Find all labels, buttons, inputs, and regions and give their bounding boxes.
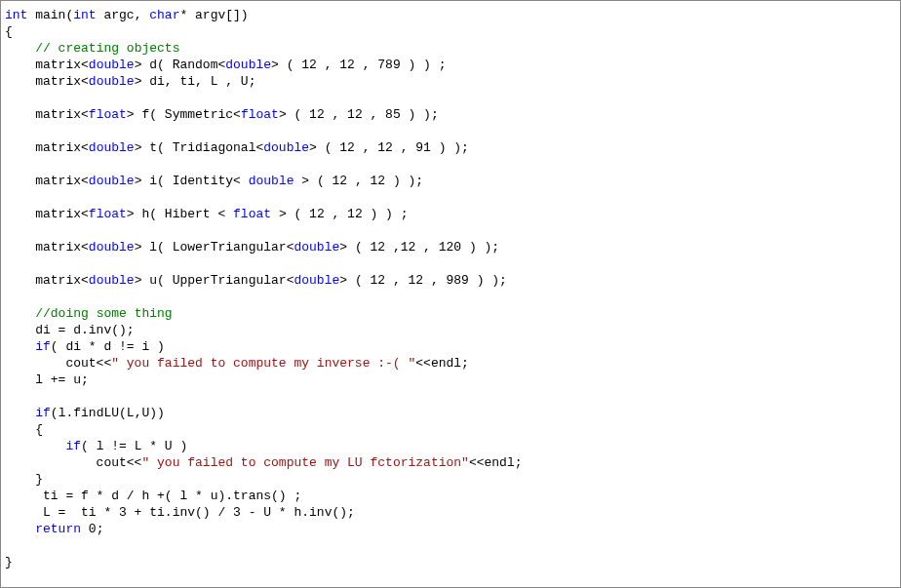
token-plain: > u( UpperTriangular<: [135, 273, 294, 288]
token-plain: }: [5, 555, 13, 569]
code-line: return 0;: [5, 521, 896, 537]
code-line: matrix<double> u( UpperTriangular<double…: [5, 272, 896, 289]
token-plain: di = d.inv();: [5, 323, 135, 337]
token-kw: double: [294, 273, 339, 288]
code-line: [5, 388, 896, 405]
code-line: if(l.findLU(L,U)): [5, 405, 896, 421]
token-plain: [5, 406, 35, 420]
token-plain: L = ti * 3 + ti.inv() / 3 - U * h.inv();: [5, 505, 355, 520]
token-plain: > ( 12 , 12 , 989 ) );: [339, 273, 507, 288]
token-kw: double: [263, 140, 309, 155]
code-line: [5, 156, 896, 173]
code-line: L = ti * 3 + ti.inv() / 3 - U * h.inv();: [5, 504, 896, 521]
token-plain: [5, 522, 35, 536]
token-plain: matrix<: [5, 107, 89, 122]
token-plain: [5, 439, 65, 453]
code-line: l += u;: [5, 372, 896, 388]
token-kw: double: [89, 58, 135, 72]
code-container: int main(int argc, char* argv[]){ // cre…: [0, 0, 901, 588]
token-plain: > ( 12 , 12 ) );: [294, 174, 423, 188]
token-plain: (l.findLU(L,U)): [51, 406, 165, 420]
token-plain: matrix<: [5, 273, 89, 288]
code-line: [5, 123, 896, 139]
token-cm: //doing some thing: [35, 306, 172, 321]
token-kw: if: [35, 339, 51, 354]
code-line: // creating objects: [5, 40, 896, 57]
token-plain: matrix<: [5, 74, 89, 89]
token-plain: > h( Hibert <: [127, 207, 233, 221]
token-plain: matrix<: [5, 207, 89, 221]
token-kw: double: [89, 174, 135, 188]
token-kw: double: [89, 273, 135, 288]
token-plain: > di, ti, L , U;: [135, 74, 256, 89]
code-line: int main(int argc, char* argv[]): [5, 7, 896, 23]
token-plain: > ( 12 , 12 ) ) ;: [271, 207, 408, 221]
token-plain: > d( Random<: [135, 58, 226, 72]
token-kw: float: [89, 207, 127, 221]
token-plain: cout<<: [5, 455, 141, 470]
token-kw: double: [89, 140, 135, 155]
token-plain: {: [5, 24, 13, 39]
code-line: cout<<" you failed to compute my LU fcto…: [5, 454, 896, 471]
code-line: [5, 537, 896, 554]
token-kw: int: [5, 8, 27, 22]
code-line: {: [5, 421, 896, 438]
code-line: matrix<double> di, ti, L , U;: [5, 73, 896, 90]
code-line: {: [5, 23, 896, 40]
token-plain: <<endl;: [469, 455, 523, 470]
token-plain: * argv[]): [179, 8, 248, 22]
token-plain: > ( 12 , 12 , 91 ) );: [309, 140, 469, 155]
token-kw: return: [35, 522, 81, 536]
token-plain: }: [5, 472, 43, 487]
token-plain: > ( 12 , 12 , 85 ) );: [279, 107, 439, 122]
token-plain: > ( 12 ,12 , 120 ) );: [339, 240, 499, 255]
token-plain: ( di * d != i ): [51, 339, 165, 354]
token-plain: ti = f * d / h +( l * u).trans() ;: [5, 489, 301, 503]
code-line: matrix<double> d( Random<double> ( 12 , …: [5, 57, 896, 73]
token-plain: > f( Symmetric<: [127, 107, 241, 122]
code-line: cout<<" you failed to compute my inverse…: [5, 355, 896, 372]
code-line: if( l != L * U ): [5, 438, 896, 454]
token-plain: l += u;: [5, 372, 89, 387]
token-kw: double: [249, 174, 294, 188]
code-line: di = d.inv();: [5, 322, 896, 338]
token-kw: float: [89, 107, 127, 122]
token-plain: matrix<: [5, 140, 89, 155]
code-line: ti = f * d / h +( l * u).trans() ;: [5, 488, 896, 504]
token-kw: if: [65, 439, 81, 453]
token-kw: int: [73, 8, 96, 22]
token-plain: ( l != L * U ): [81, 439, 187, 453]
token-plain: [5, 339, 35, 354]
token-plain: cout<<: [5, 356, 111, 371]
token-kw: double: [294, 240, 339, 255]
token-plain: [5, 41, 35, 56]
code-line: matrix<float> f( Symmetric<float> ( 12 ,…: [5, 106, 896, 123]
code-line: [5, 289, 896, 305]
token-plain: > t( Tridiagonal<: [135, 140, 264, 155]
token-plain: matrix<: [5, 58, 89, 72]
token-plain: 0;: [81, 522, 103, 536]
code-line: //doing some thing: [5, 305, 896, 322]
token-cm: // creating objects: [35, 41, 179, 56]
token-kw: double: [89, 74, 135, 89]
token-plain: [5, 306, 35, 321]
code-line: [5, 189, 896, 206]
token-plain: > ( 12 , 12 , 789 ) ) ;: [271, 58, 446, 72]
token-str: " you failed to compute my inverse :-( ": [111, 356, 415, 371]
code-line: }: [5, 554, 896, 570]
code-line: [5, 222, 896, 239]
code-line: matrix<double> l( LowerTriangular<double…: [5, 239, 896, 255]
token-str: " you failed to compute my LU fctorizati…: [141, 455, 468, 470]
code-line: matrix<double> t( Tridiagonal<double> ( …: [5, 139, 896, 156]
token-kw: double: [225, 58, 271, 72]
token-plain: matrix<: [5, 174, 89, 188]
token-kw: char: [149, 8, 179, 22]
token-plain: argc,: [97, 8, 150, 22]
token-kw: float: [241, 107, 279, 122]
code-line: [5, 90, 896, 106]
token-plain: {: [5, 422, 43, 437]
token-plain: <<endl;: [415, 356, 469, 371]
code-line: [5, 255, 896, 272]
token-kw: double: [89, 240, 135, 255]
token-plain: > i( Identity<: [135, 174, 249, 188]
